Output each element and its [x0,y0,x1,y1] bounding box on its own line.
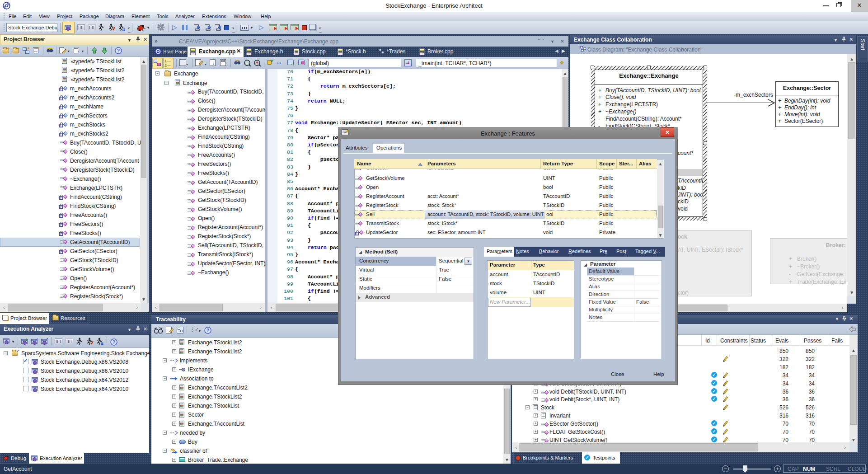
svg-text:?: ? [206,328,209,333]
svg-text:?: ? [113,340,115,345]
svg-text:?: ? [117,48,120,53]
